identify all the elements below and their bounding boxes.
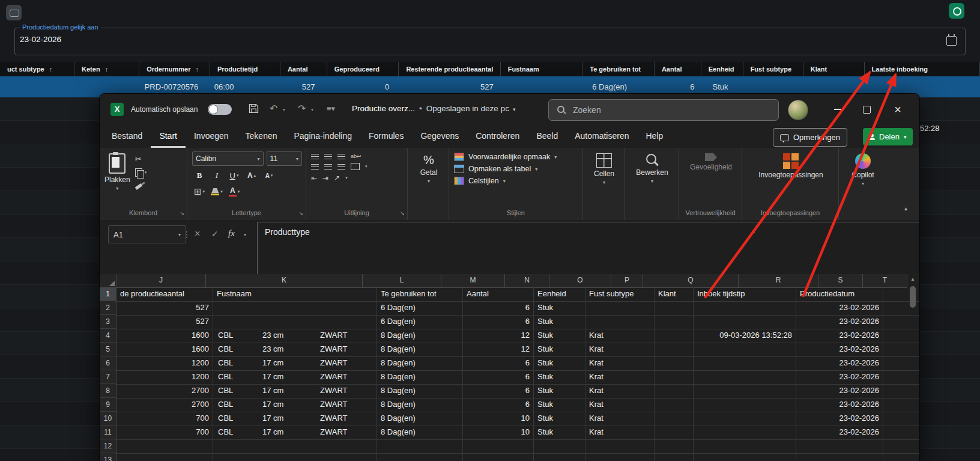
filter-date-input[interactable] [19,34,201,44]
cell-N9[interactable]: Stuk [534,398,585,412]
tab-help[interactable]: Help [637,125,671,148]
cell-L5[interactable]: 8 Dag(en) [377,343,463,357]
cell-O13[interactable] [585,453,655,461]
cell-P7[interactable] [655,370,694,385]
cell-M5[interactable]: 12 [463,343,534,357]
scroll-up-icon[interactable]: ▲ [909,275,917,284]
cell-M3[interactable]: 6 [463,315,534,329]
cell-R13[interactable] [796,453,883,461]
cell-J8[interactable]: 2700 [116,384,213,398]
clipboard-dialog-launcher-icon[interactable]: ↘ [180,209,184,218]
tab-beeld[interactable]: Beeld [528,125,566,148]
cell-N12[interactable] [534,439,585,454]
row-header-6[interactable]: 6 [100,356,116,370]
cell-J3[interactable]: 527 [116,315,213,329]
formula-bar-collapse-icon[interactable]: ▴ [752,227,755,234]
formula-bar-dots-icon[interactable]: ⋮ [183,230,191,239]
cell-P5[interactable] [655,343,694,357]
cell-N4[interactable]: Stuk [534,329,585,343]
tab-gegevens[interactable]: Gegevens [412,125,467,148]
autosave-toggle[interactable] [208,104,232,115]
cell-O12[interactable] [585,439,655,454]
row-header-5[interactable]: 5 [100,343,116,356]
cell-P4[interactable] [655,329,694,343]
cell-K11[interactable]: CBL17 cmZWART [213,426,377,440]
corner-app-icon[interactable] [949,3,964,19]
cell-Q2[interactable] [694,301,796,316]
cell-M9[interactable]: 6 [463,398,534,412]
cell-R1[interactable]: Productiedatum [796,287,883,302]
cell-R6[interactable]: 23-02-2026 [796,356,883,371]
cell-L1[interactable]: Te gebruiken tot [377,287,463,302]
cell-K2[interactable] [213,301,377,316]
avatar[interactable] [788,100,808,120]
undo-icon[interactable]: ↶ [270,103,277,114]
cell-Q9[interactable] [694,398,796,412]
maximize-button[interactable] [852,94,881,125]
underline-button[interactable]: U▾ [227,169,241,182]
number-format-button[interactable]: % Getal ▾ [420,151,438,208]
row-header-2[interactable]: 2 [100,301,116,315]
share-button[interactable]: Delen ▾ [863,128,913,145]
cell-L11[interactable]: 8 Dag(en) [377,426,463,440]
addins-button[interactable]: Invoegtoepassingen [758,151,823,208]
cell-N1[interactable]: Eenheid [534,287,585,302]
cell-Q3[interactable] [694,315,796,329]
cut-button[interactable]: ✂ [135,154,147,163]
cell-O1[interactable]: Fust subtype [585,287,655,302]
cell-O2[interactable] [585,301,655,316]
cell-N8[interactable]: Stuk [534,384,585,398]
column-header-S[interactable]: S [818,274,863,288]
cell-P8[interactable] [655,384,694,398]
tab-tekenen[interactable]: Tekenen [237,125,286,148]
italic-button[interactable]: I [210,169,224,182]
cell-L8[interactable]: 8 Dag(en) [377,384,463,398]
select-all-button[interactable] [100,274,116,288]
cell-O4[interactable]: Krat [585,329,655,343]
cell-N6[interactable]: Stuk [534,356,585,371]
cell-R3[interactable]: 23-02-2026 [796,315,883,329]
cancel-icon[interactable]: × [195,228,200,239]
cell-O3[interactable] [585,315,655,329]
redo-icon[interactable]: ↷ [298,103,306,114]
cell-M4[interactable]: 12 [463,329,534,343]
editing-button[interactable]: Bewerken ▾ [636,151,668,208]
cell-K6[interactable]: CBL17 cmZWART [213,356,377,371]
align-center-button[interactable] [324,164,332,169]
cell-J12[interactable] [116,439,213,454]
grow-font-button[interactable]: A▴ [244,169,259,182]
row-header-12[interactable]: 12 [100,439,116,453]
cell-K9[interactable]: CBL17 cmZWART [213,398,377,412]
column-header-P[interactable]: P [611,274,643,288]
cell-K5[interactable]: CBL23 cmZWART [213,343,377,357]
column-header-J[interactable]: J [116,274,206,288]
row-header-1[interactable]: 1 [100,287,116,301]
cell-O7[interactable]: Krat [585,370,655,385]
formula-input[interactable]: Producttype [257,222,920,277]
cell-K4[interactable]: CBL23 cmZWART [213,329,377,343]
name-box[interactable]: A1 ▾ [108,225,186,243]
cell-P10[interactable] [655,412,694,426]
cell-L12[interactable] [377,439,463,454]
tab-bestand[interactable]: Bestand [103,125,151,148]
cell-K1[interactable]: Fustnaam [213,287,377,302]
align-right-button[interactable] [337,164,345,169]
comments-button[interactable]: Opmerkingen [773,128,847,147]
cell-styles-button[interactable]: Celstijlen ▾ [454,177,557,185]
font-dialog-launcher-icon[interactable]: ↘ [298,209,303,218]
borders-button[interactable]: ⊞▾ [192,185,207,198]
ribbon-collapse-icon[interactable]: ▴ [904,205,907,212]
cell-K8[interactable]: CBL17 cmZWART [213,384,377,398]
cell-N7[interactable]: Stuk [534,370,585,385]
cell-M7[interactable]: 6 [463,370,534,385]
cell-M12[interactable] [463,439,534,454]
cell-P1[interactable]: Klant [655,287,694,302]
cell-R9[interactable]: 23-02-2026 [796,398,883,412]
row-header-7[interactable]: 7 [100,370,116,384]
app-logo-icon[interactable] [6,5,22,20]
cell-L2[interactable]: 6 Dag(en) [377,301,463,316]
merge-center-button[interactable] [351,163,360,170]
cell-R7[interactable]: 23-02-2026 [796,370,883,385]
align-middle-button[interactable] [324,154,332,159]
cell-Q6[interactable] [694,356,796,371]
